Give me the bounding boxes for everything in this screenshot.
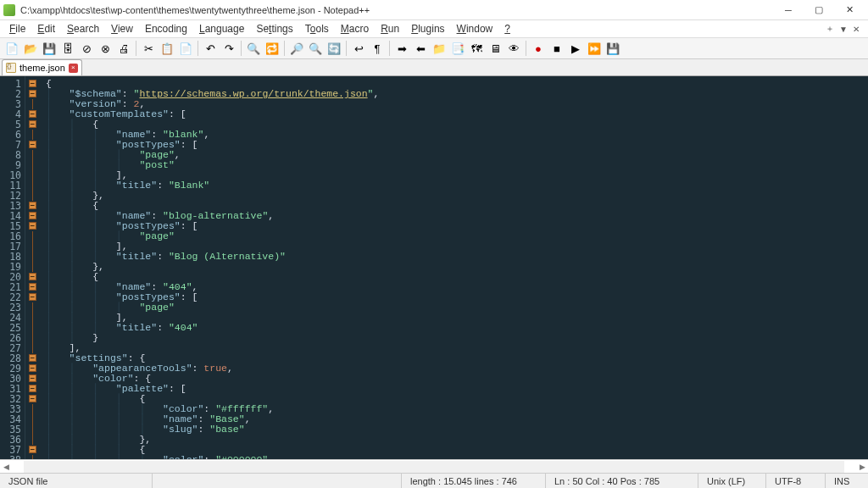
code-area[interactable]: {│ "$schema": "https://schemas.wp.org/tr… [39, 76, 868, 459]
zoom-in-icon[interactable]: 🔎 [288, 40, 305, 57]
line-number-gutter: 1234567891011121314151617181920212223242… [0, 76, 25, 459]
wrap-icon[interactable]: ↩ [350, 40, 367, 57]
stop-icon[interactable]: ■ [548, 40, 565, 57]
play-icon[interactable]: ▶ [567, 40, 584, 57]
menu-macro[interactable]: Macro [335, 22, 375, 36]
status-language: JSON file [0, 474, 153, 488]
minimize-button[interactable]: ─ [773, 0, 804, 20]
maximize-button[interactable]: ▢ [804, 0, 834, 20]
save-all-icon[interactable]: 🗄 [59, 40, 76, 57]
status-eol: Unix (LF) [698, 474, 766, 488]
tab-label: theme.json [19, 63, 65, 73]
sync-icon[interactable]: 🔄 [326, 40, 342, 57]
menu-file[interactable]: File [3, 22, 31, 36]
menu-encoding[interactable]: Encoding [139, 22, 193, 36]
all-chars-icon[interactable]: ¶ [369, 40, 386, 57]
triangle-down-icon[interactable]: ▼ [839, 25, 848, 34]
print-icon[interactable]: 🖨 [115, 40, 132, 57]
editor[interactable]: 1234567891011121314151617181920212223242… [0, 76, 868, 459]
horizontal-scrollbar[interactable]: ◀ ▶ [0, 459, 868, 473]
save-icon[interactable]: 💾 [41, 40, 58, 57]
tab-close-icon[interactable]: × [69, 64, 78, 73]
monitor-icon[interactable]: 🖥 [487, 40, 504, 57]
status-spacer [153, 474, 402, 488]
status-length: length : 15.045 lines : 746 [402, 474, 546, 488]
replace-icon[interactable]: 🔁 [264, 40, 281, 57]
zoom-out-icon[interactable]: 🔍 [307, 40, 324, 57]
menu-settings[interactable]: Settings [250, 22, 298, 36]
undo-icon[interactable]: ↶ [202, 40, 219, 57]
menubar: File Edit Search View Encoding Language … [0, 20, 868, 37]
open-file-icon[interactable]: 📂 [22, 40, 39, 57]
menu-search[interactable]: Search [61, 22, 105, 36]
menus: File Edit Search View Encoding Language … [3, 22, 516, 36]
doc-map-icon[interactable]: 🗺 [468, 40, 485, 57]
outdent-icon[interactable]: ⬅ [412, 40, 429, 57]
menu-tools[interactable]: Tools [299, 22, 335, 36]
x-icon[interactable]: ✕ [853, 25, 860, 34]
menu-run[interactable]: Run [375, 22, 405, 36]
status-insert: INS [826, 474, 868, 488]
menu-help[interactable]: ? [498, 22, 516, 36]
paste-icon[interactable]: 📄 [177, 40, 194, 57]
find-icon[interactable]: 🔍 [245, 40, 262, 57]
status-position: Ln : 50 Col : 40 Pos : 785 [546, 474, 698, 488]
save-macro-icon[interactable]: 💾 [604, 40, 621, 57]
record-icon[interactable]: ● [530, 40, 547, 57]
folder-icon[interactable]: 📁 [431, 40, 448, 57]
toolbar-extras: ＋ ▼ ✕ [826, 23, 865, 35]
file-tab[interactable]: theme.json × [2, 59, 82, 75]
window-title: C:\xampp\htdocs\test\wp-content\themes\t… [20, 5, 773, 15]
plus-icon[interactable]: ＋ [826, 23, 834, 35]
close-all-icon[interactable]: ⊗ [97, 40, 114, 57]
func-list-icon[interactable]: 📑 [449, 40, 466, 57]
new-file-icon[interactable]: 📄 [3, 40, 20, 57]
scroll-right-icon[interactable]: ▶ [856, 461, 868, 473]
tab-bar: theme.json × [0, 59, 868, 76]
scroll-left-icon[interactable]: ◀ [0, 461, 12, 473]
close-file-icon[interactable]: ⊘ [78, 40, 95, 57]
fold-gutter[interactable] [25, 76, 39, 459]
close-button[interactable]: ✕ [834, 0, 865, 20]
toolbar: 📄 📂 💾 🗄 ⊘ ⊗ 🖨 ✂ 📋 📄 ↶ ↷ 🔍 🔁 🔎 🔍 🔄 ↩ ¶ ➡ … [0, 37, 868, 59]
status-encoding: UTF-8 [766, 474, 826, 488]
indent-icon[interactable]: ➡ [393, 40, 410, 57]
scroll-track[interactable] [24, 461, 844, 473]
json-file-icon [6, 63, 16, 73]
redo-icon[interactable]: ↷ [220, 40, 237, 57]
menu-language[interactable]: Language [193, 22, 250, 36]
app-icon [3, 4, 15, 16]
menu-plugins[interactable]: Plugins [405, 22, 450, 36]
statusbar: JSON file length : 15.045 lines : 746 Ln… [0, 473, 868, 488]
titlebar: C:\xampp\htdocs\test\wp-content\themes\t… [0, 0, 868, 20]
eye-icon[interactable]: 👁 [505, 40, 522, 57]
menu-window[interactable]: Window [451, 22, 499, 36]
cut-icon[interactable]: ✂ [140, 40, 157, 57]
menu-view[interactable]: View [105, 22, 139, 36]
menu-edit[interactable]: Edit [31, 22, 61, 36]
play-multi-icon[interactable]: ⏩ [586, 40, 603, 57]
copy-icon[interactable]: 📋 [159, 40, 175, 57]
